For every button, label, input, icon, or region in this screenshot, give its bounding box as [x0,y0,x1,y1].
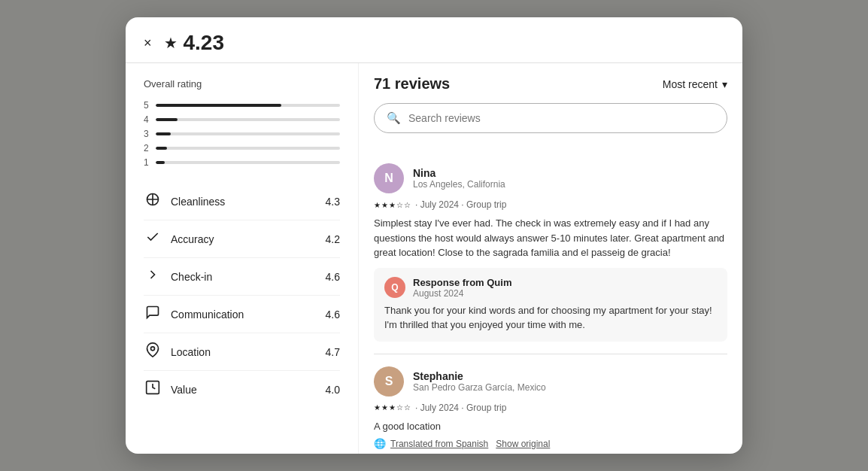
star-bar-label: 1 [144,157,150,168]
category-item: Cleanliness 4.3 [144,183,340,220]
reviewer-name: Nina [413,167,505,179]
category-name: Cleanliness [171,196,225,208]
category-score: 4.3 [326,196,340,208]
star-bar-row: 2 [144,143,340,153]
modal-overlay: × ★ 4.23 Overall rating 5 4 3 [0,0,868,471]
reviewer-info: Stephanie San Pedro Garza García, Mexico [413,370,546,393]
response-name: Response from Quim [413,277,511,288]
communication-icon [144,305,162,324]
category-left: Communication [144,305,244,324]
search-icon: 🔍 [387,111,401,125]
svg-point-1 [151,347,155,351]
location-icon [144,342,162,361]
accuracy-icon [144,229,162,248]
response-date: August 2024 [413,288,511,299]
reviews-count: 71 reviews [374,75,450,93]
category-item: Communication 4.6 [144,296,340,333]
star-bar-label: 2 [144,143,150,153]
star-icon: ★ [389,403,396,412]
category-score: 4.2 [326,233,340,245]
translated-from: Translated from Spanish [390,439,488,449]
category-left: Location [144,342,211,361]
reviewer-info: Nina Los Angeles, California [413,167,505,190]
star-icon: ★ [374,403,381,412]
star-bar-row: 4 [144,114,340,125]
category-left: Check-in [144,267,212,286]
star-bar-fill [156,161,165,164]
star-bar-track [156,104,340,107]
category-left: Value [144,380,197,399]
close-button[interactable]: × [144,36,152,50]
response-header: Q Response from Quim August 2024 [384,277,717,299]
star-bar-fill [156,118,178,121]
response-avatar: Q [384,277,405,298]
star-bar-label: 3 [144,129,150,139]
reviewer-location: Los Angeles, California [413,179,505,190]
review-text: Simplest stay I've ever had. The check i… [374,216,727,260]
category-name: Accuracy [171,233,214,245]
star-bar-row: 1 [144,157,340,168]
review-text: A good location [374,419,727,434]
category-score: 4.6 [326,271,340,283]
response-block: Q Response from Quim August 2024 Thank y… [374,268,727,342]
star-bar-fill [156,147,167,150]
star-bar-track [156,161,340,164]
rating-headline: ★ 4.23 [164,31,225,55]
search-bar: 🔍 [374,103,727,133]
star-bars: 5 4 3 2 1 [144,100,340,168]
category-item: Location 4.7 [144,333,340,371]
globe-icon: 🌐 [374,438,386,449]
star-icon: ★ [381,403,388,412]
check-in-icon [144,267,162,286]
cleanliness-icon [144,192,162,211]
star-icon: ☆ [396,201,403,209]
response-info: Response from Quim August 2024 [413,277,511,299]
star-icon: ★ [389,201,396,209]
category-name: Check-in [171,271,212,283]
star-icon: ☆ [404,403,411,412]
star-bar-label: 5 [144,100,150,111]
modal-header: × ★ 4.23 [126,17,742,63]
overall-rating-label: Overall rating [144,78,340,90]
review-meta: ★★★☆☆ · July 2024 · Group trip [374,403,727,413]
reviewer-name: Stephanie [413,370,546,382]
reviews-count-row: 71 reviews Most recent ▾ [374,75,727,93]
avatar: S [374,366,404,397]
category-item: Accuracy 4.2 [144,220,340,258]
avatar: N [374,163,404,193]
search-input[interactable] [408,112,715,124]
star-bar-row: 5 [144,100,340,111]
star-bar-track [156,132,340,135]
reviewer-row: S Stephanie San Pedro Garza García, Mexi… [374,366,727,397]
reviews-modal: × ★ 4.23 Overall rating 5 4 3 [126,17,742,454]
category-score: 4.0 [326,384,340,396]
star-icon: ★ [374,201,381,209]
sort-label: Most recent [663,78,718,90]
star-bar-fill [156,132,171,135]
star-bar-fill [156,104,281,107]
category-list: Cleanliness 4.3 Accuracy 4.2 Check-in 4.… [144,183,340,408]
star-icon: ★ [164,34,178,52]
category-name: Communication [171,308,244,321]
category-item: Check-in 4.6 [144,258,340,296]
right-panel-header: 71 reviews Most recent ▾ 🔍 [359,63,742,145]
response-text: Thank you for your kind words and for ch… [384,303,717,333]
review-item: S Stephanie San Pedro Garza García, Mexi… [374,354,727,454]
star-icon: ★ [381,201,388,209]
sort-button[interactable]: Most recent ▾ [663,78,727,90]
category-name: Value [171,384,197,396]
show-original-link[interactable]: Show original [496,439,550,449]
star-bar-track [156,147,340,150]
review-meta: ★★★☆☆ · July 2024 · Group trip [374,199,727,210]
star-bar-row: 3 [144,129,340,139]
stars-row: ★★★☆☆ [374,403,411,412]
category-name: Location [171,346,211,358]
star-icon: ☆ [404,201,411,209]
value-icon [144,380,162,399]
star-icon: ☆ [396,403,403,412]
left-panel: Overall rating 5 4 3 2 1 [126,63,359,454]
overall-rating: 4.23 [184,31,225,55]
modal-body: Overall rating 5 4 3 2 1 [126,63,742,454]
sort-chevron-icon: ▾ [722,78,727,90]
category-score: 4.6 [326,308,340,321]
